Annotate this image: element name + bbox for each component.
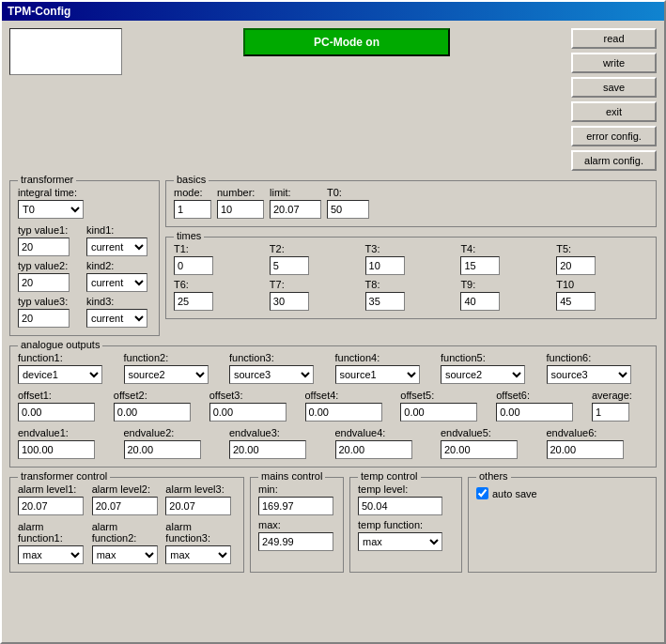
mains-min-input[interactable] [258, 497, 333, 515]
endvalue1-input[interactable] [18, 440, 95, 459]
t8-label: T8: [365, 279, 457, 290]
number-input[interactable] [217, 200, 264, 219]
kind3-select[interactable]: currentvoltage [86, 309, 147, 328]
alarm-level3-input[interactable] [165, 497, 231, 515]
endvalue4-input[interactable] [335, 440, 412, 459]
mains-max-label: max: [258, 519, 335, 530]
t10-input[interactable] [556, 292, 596, 311]
typ-value1-input[interactable] [18, 238, 70, 256]
t10-label: T10 [556, 279, 648, 290]
endvalue3-input[interactable] [229, 440, 306, 459]
temp-function-label: temp function: [358, 519, 454, 530]
alarm-level1-input[interactable] [18, 497, 84, 515]
save-button[interactable]: save [571, 77, 657, 98]
alarm-function3-select[interactable]: maxminoff [165, 545, 231, 564]
endvalue5-input[interactable] [441, 440, 518, 459]
alarm-function3-label: alarm function3: [165, 521, 236, 544]
alarm-level2-input[interactable] [92, 497, 158, 515]
kind2-select[interactable]: currentvoltage [86, 273, 147, 292]
t4-label: T4: [460, 243, 552, 254]
endvalue3-label: endvalue3: [229, 427, 332, 438]
endvalue2-label: endvalue2: [124, 427, 226, 438]
t1-input[interactable] [174, 256, 213, 275]
alarm-function1-select[interactable]: maxminoff [18, 545, 84, 564]
typ-value3-label: typ value3: [18, 296, 83, 307]
endvalue6-input[interactable] [547, 440, 624, 459]
typ-value1-label: typ value1: [18, 224, 83, 236]
alarm-level1-label: alarm level1: [18, 483, 88, 495]
offset2-label: offset2: [114, 390, 206, 401]
times-group: times T1: T2: T3: T4: T5: T6: T7: T8: T9… [165, 237, 657, 319]
kind3-label: kind3: [86, 296, 151, 307]
error-config-button[interactable]: error config. [571, 126, 657, 146]
logo-area [9, 28, 122, 75]
t5-input[interactable] [556, 256, 596, 275]
t7-label: T7: [270, 279, 362, 290]
offset4-label: offset4: [305, 390, 397, 401]
function1-select[interactable]: device1device2 [18, 365, 102, 384]
alarm-config-button[interactable]: alarm config. [571, 150, 657, 171]
limit-label: limit: [270, 187, 321, 198]
t6-input[interactable] [174, 292, 213, 311]
typ-value2-input[interactable] [18, 273, 70, 292]
t8-input[interactable] [365, 292, 405, 311]
limit-input[interactable] [270, 200, 321, 219]
mains-min-label: min: [258, 483, 335, 495]
t3-input[interactable] [365, 256, 405, 275]
window-title: TPM-Config [8, 5, 70, 18]
offset4-input[interactable] [305, 403, 382, 422]
t7-input[interactable] [270, 292, 309, 311]
pc-mode-button[interactable]: PC-Mode on [243, 28, 450, 56]
offset5-input[interactable] [400, 403, 477, 422]
t1-label: T1: [174, 243, 266, 254]
function2-select[interactable]: source1source2source3 [124, 365, 209, 384]
basics-group: basics mode: number: limit: [165, 180, 657, 227]
t0-label: T0: [327, 187, 369, 198]
kind1-label: kind1: [86, 224, 151, 236]
offset3-label: offset3: [209, 390, 302, 401]
integral-time-label: integral time: [18, 187, 84, 198]
mains-control-group: mains control min: max: [250, 477, 344, 573]
integral-time-select[interactable]: T0T1T2 [18, 200, 84, 219]
kind1-select[interactable]: currentvoltage [86, 238, 147, 256]
main-window: TPM-Config PC-Mode on read write save ex… [0, 0, 666, 644]
function5-select[interactable]: source1source2source3 [441, 365, 525, 384]
function3-select[interactable]: source1source2source3 [229, 365, 314, 384]
offset1-label: offset1: [18, 390, 110, 401]
t2-input[interactable] [270, 256, 309, 275]
temp-level-input[interactable] [358, 497, 442, 515]
number-label: number: [217, 187, 264, 198]
t9-input[interactable] [460, 292, 500, 311]
transformer-label: transformer [18, 174, 76, 185]
offset2-input[interactable] [114, 403, 191, 422]
t0-input[interactable] [327, 200, 369, 219]
mode-input[interactable] [174, 200, 211, 219]
endvalue4-label: endvalue4: [335, 427, 438, 438]
offset3-input[interactable] [209, 403, 287, 422]
temp-function-select[interactable]: maxminoff [358, 532, 442, 551]
offset5-label: offset5: [400, 390, 492, 401]
typ-value3-input[interactable] [18, 309, 70, 328]
function2-label: function2: [124, 352, 226, 363]
read-button[interactable]: read [571, 28, 657, 49]
endvalue5-label: endvalue5: [441, 427, 543, 438]
endvalue2-input[interactable] [124, 440, 201, 459]
offset6-input[interactable] [496, 403, 573, 422]
offset1-input[interactable] [18, 403, 95, 422]
temp-control-label: temp control [358, 470, 421, 482]
exit-button[interactable]: exit [571, 101, 657, 122]
alarm-function2-select[interactable]: maxminoff [92, 545, 158, 564]
function4-select[interactable]: source1source2source3 [335, 365, 420, 384]
t4-input[interactable] [460, 256, 500, 275]
analogue-outputs-label: analogue outputs [18, 339, 102, 350]
transformer-control-label: transformer control [18, 470, 110, 482]
average-input[interactable] [592, 403, 629, 422]
write-button[interactable]: write [571, 53, 657, 73]
function6-label: function6: [547, 352, 649, 363]
mains-max-input[interactable] [258, 532, 333, 551]
auto-save-checkbox[interactable] [476, 487, 488, 499]
mains-control-label: mains control [258, 470, 325, 482]
auto-save-label: auto save [492, 488, 537, 499]
function6-select[interactable]: source1source2source3 [547, 365, 631, 384]
analogue-outputs-group: analogue outputs function1:device1device… [9, 345, 657, 468]
